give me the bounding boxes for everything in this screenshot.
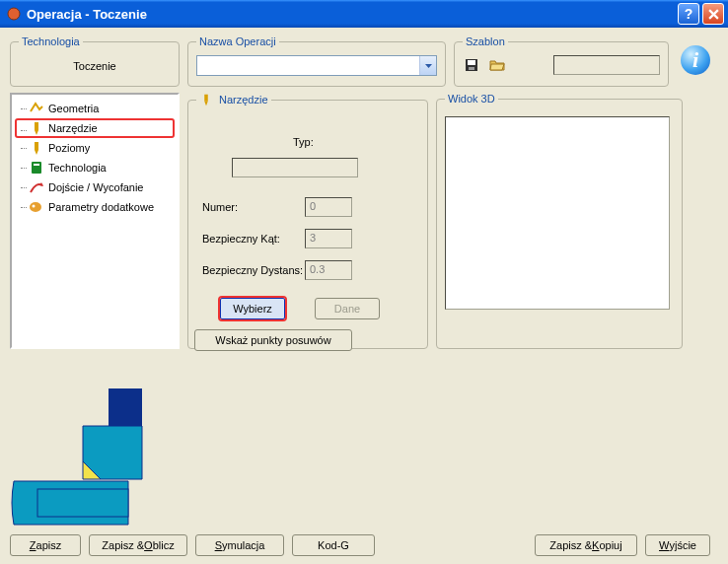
mid-row: Geometria Narzędzie Poziomy Technologia — [10, 93, 718, 349]
zapisz-button[interactable]: Zapisz — [10, 534, 81, 556]
technologia-group: Technologia Toczenie — [10, 35, 180, 87]
tool-preview — [10, 387, 185, 532]
numer-row: Numer: 0 — [202, 197, 352, 217]
titlebar: Operacja - Toczenie ? — [0, 0, 728, 28]
wskaz-punkty-button[interactable]: Wskaż punkty posuwów — [194, 329, 352, 351]
wyjscie-button[interactable]: Wyjście — [645, 534, 710, 556]
tree-panel: Geometria Narzędzie Poziomy Technologia — [10, 93, 180, 349]
svg-rect-4 — [35, 122, 38, 130]
technologia-legend: Technologia — [19, 35, 83, 47]
numer-label: Numer: — [202, 201, 305, 213]
kat-field: 3 — [305, 229, 352, 248]
szablon-legend: Szablon — [463, 35, 508, 47]
tree-item-narzedzie[interactable]: Narzędzie — [15, 118, 175, 138]
tree-item-label: Narzędzie — [48, 122, 98, 134]
tree-item-label: Parametry dodatkowe — [48, 201, 154, 213]
tool-icon — [29, 120, 44, 136]
zapisz-kopiuj-button[interactable]: Zapisz & Kopiuj — [535, 534, 637, 556]
nazwa-operacji-select[interactable] — [196, 55, 437, 76]
nazwa-legend: Nazwa Operacji — [196, 35, 279, 47]
app-icon — [6, 6, 22, 22]
numer-field: 0 — [305, 197, 352, 217]
kat-label: Bezpieczny Kąt: — [202, 233, 305, 245]
widok3d-legend: Widok 3D — [445, 93, 498, 105]
kat-row: Bezpieczny Kąt: 3 — [202, 229, 352, 248]
svg-rect-12 — [37, 489, 128, 517]
dyst-row: Bezpieczny Dystans: 0.3 — [202, 260, 352, 280]
levels-icon — [29, 140, 44, 156]
tree-item-geometria[interactable]: Geometria — [15, 99, 175, 118]
tree-item-dojscie[interactable]: Dojście / Wycofanie — [15, 177, 175, 197]
szablon-group: Szablon — [454, 35, 669, 87]
zapisz-oblicz-button[interactable]: Zapisz & Oblicz — [89, 534, 187, 556]
chevron-down-icon[interactable] — [419, 56, 436, 75]
typ-value-field — [232, 158, 358, 177]
tree-item-label: Poziomy — [48, 142, 90, 154]
titlebar-help-button[interactable]: ? — [678, 3, 699, 25]
view3d-canvas[interactable] — [445, 116, 670, 310]
top-row: Technologia Toczenie Nazwa Operacji Szab… — [10, 35, 718, 87]
narzedzie-legend: Narzędzie — [196, 93, 271, 106]
svg-point-9 — [33, 205, 36, 208]
tool-icon — [199, 93, 213, 106]
widok3d-group: Widok 3D — [436, 93, 683, 349]
technologia-value: Toczenie — [73, 60, 115, 72]
svg-rect-3 — [469, 67, 474, 70]
dialog-body: Technologia Toczenie Nazwa Operacji Szab… — [0, 28, 728, 564]
narzedzie-group: Narzędzie Typ: Numer: 0 Bezpieczny Kąt: … — [187, 93, 428, 349]
params-icon — [29, 199, 44, 215]
symulacja-button[interactable]: Symulacja — [195, 534, 284, 556]
typ-label: Typ: — [293, 136, 314, 148]
info-icon[interactable]: i — [681, 45, 710, 75]
svg-point-8 — [30, 202, 41, 212]
svg-rect-10 — [204, 95, 208, 102]
geometry-icon — [29, 101, 44, 116]
svg-rect-5 — [35, 142, 38, 150]
open-folder-icon[interactable] — [488, 56, 506, 74]
svg-point-0 — [8, 8, 20, 20]
svg-rect-7 — [34, 164, 39, 166]
dyst-field: 0.3 — [305, 260, 352, 280]
save-icon[interactable] — [463, 56, 480, 74]
dane-button: Dane — [315, 298, 380, 319]
svg-rect-11 — [109, 388, 142, 426]
tree-item-technologia[interactable]: Technologia — [15, 158, 175, 177]
bottom-button-row: Zapisz Zapisz & Oblicz Symulacja Kod-G Z… — [10, 534, 718, 556]
wybierz-button[interactable]: Wybierz — [220, 298, 285, 319]
svg-rect-2 — [468, 60, 475, 65]
titlebar-close-button[interactable] — [702, 3, 724, 25]
tree-item-label: Technologia — [48, 162, 107, 174]
tree-item-label: Geometria — [48, 103, 99, 114]
szablon-value-field[interactable] — [553, 55, 660, 75]
tree-item-parametry[interactable]: Parametry dodatkowe — [15, 197, 175, 217]
tree-item-poziomy[interactable]: Poziomy — [15, 138, 175, 158]
svg-rect-6 — [32, 162, 41, 174]
approach-icon — [29, 179, 44, 195]
tree-item-label: Dojście / Wycofanie — [48, 181, 144, 193]
technology-icon — [29, 160, 44, 176]
dyst-label: Bezpieczny Dystans: — [202, 264, 305, 276]
nazwa-operacji-group: Nazwa Operacji — [187, 35, 446, 87]
kodg-button[interactable]: Kod-G — [292, 534, 375, 556]
window-title: Operacja - Toczenie — [27, 7, 675, 22]
